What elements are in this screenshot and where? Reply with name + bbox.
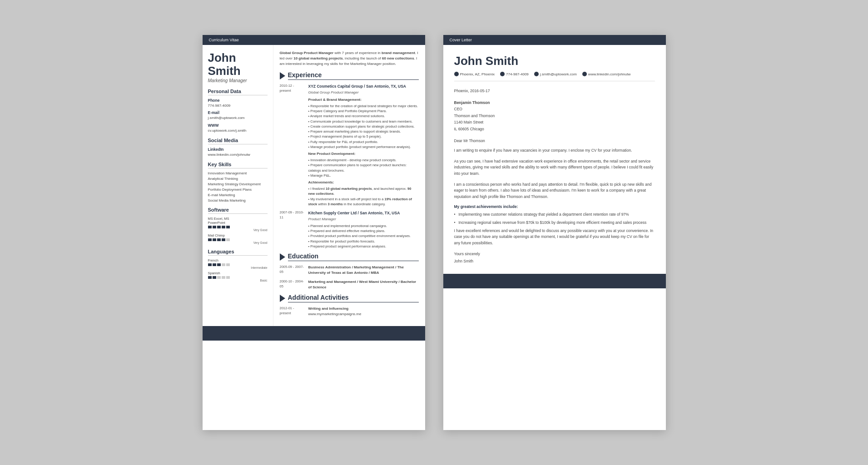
- cv-software-title: Software: [208, 207, 268, 214]
- skill-item: Innovation Management: [208, 171, 268, 175]
- exp-subsection-title: Achievements:: [308, 180, 419, 185]
- cv-social-media-title: Social Media: [208, 138, 268, 144]
- cover-letter-document: Cover Letter John Smith Phoenix, AZ, Pho…: [443, 35, 666, 430]
- cv-www-label: WWW: [208, 123, 268, 128]
- cv-phone-value: 774-987-4009: [208, 103, 268, 108]
- exp-bullet: • Analyze market trends and recommend so…: [308, 114, 419, 119]
- cv-phone-label: Phone: [208, 98, 268, 103]
- cv-intro-text: Global Group Product Manager with 7 year…: [280, 50, 419, 67]
- exp-date: 2007-09 - 2010-11: [280, 210, 305, 249]
- activity-entry: 2012-01 - presentWriting and Influencing…: [280, 306, 419, 317]
- edu-title: Marketing and Management / West Miami Un…: [308, 279, 419, 290]
- exp-bullet: • Prepared product segment performance a…: [308, 244, 419, 249]
- exp-date: 2010-12 - present: [280, 84, 305, 207]
- cl-closing-paragraph: I have excellent references and would be…: [454, 228, 655, 247]
- activity-value: www.mymarketingcampaigns.me: [308, 312, 419, 317]
- exp-company: Kitchen Supply Center Ltd / San Antonio,…: [308, 210, 419, 216]
- exp-bullet: • I finalized 10 global marketing projec…: [308, 186, 419, 197]
- cv-software-list: MS Excel, MS PowerPointVery GoodMail Chi…: [208, 217, 268, 244]
- skill-item: E-mail Marketing: [208, 193, 268, 197]
- exp-bullet: • Planned and implemented promotional ca…: [308, 223, 419, 228]
- cl-achievements-list: Implementing new customer relations stra…: [454, 212, 655, 226]
- cl-body: John Smith Phoenix, AZ, Phoenix 774-987-…: [443, 45, 666, 274]
- language-item: FrenchIntermediate: [208, 258, 268, 269]
- cl-linkedin: www.linkedin.com/johnutw: [582, 72, 630, 76]
- cl-recipient-address2: IL 60605 Chicago: [454, 127, 484, 131]
- cv-sidebar: John Smith Marketing Manager Personal Da…: [203, 45, 273, 326]
- cl-recipient-company: Thomson and Thomson: [454, 114, 495, 118]
- cv-key-skills-title: Key Skills: [208, 162, 268, 168]
- cv-skills-list: Innovation ManagementAnalytical Thinking…: [208, 171, 268, 203]
- cl-footer: [443, 274, 666, 288]
- experience-entry: 2010-12 - presentXYZ Cosmetics Capital G…: [280, 84, 419, 207]
- cl-salutation: Dear Mr Thomson: [454, 139, 655, 143]
- cl-paragraph: I am writing to enquire if you have any …: [454, 148, 655, 154]
- education-section-header: Education: [280, 252, 419, 261]
- cl-phone: 774-987-4009: [500, 72, 529, 76]
- exp-bullet: • Manage product portfolio (product segm…: [308, 144, 419, 149]
- edu-date: 2000-10 - 2004-05: [280, 279, 305, 290]
- cv-languages-title: Languages: [208, 249, 268, 256]
- language-item: SpanishBasic: [208, 271, 268, 282]
- cv-header-label: Curriculum Vitae: [209, 38, 239, 42]
- exp-bullet: • Prepared and delivered effective marke…: [308, 228, 419, 233]
- cl-achievement-bullet: Implementing new customer relations stra…: [454, 212, 655, 218]
- cl-location: Phoenix, AZ, Phoenix: [454, 72, 495, 76]
- cl-paragraph: As you can see, I have had extensive vac…: [454, 158, 655, 177]
- cl-recipient-name: Benjamin Thomson: [454, 100, 490, 105]
- exp-bullet: • Prepare communication plans to support…: [308, 163, 419, 173]
- cl-paragraph: I am a conscientious person who works ha…: [454, 182, 655, 200]
- cl-recipient-address1: 1140 Main Street: [454, 120, 484, 124]
- experience-section-title: Experience: [288, 71, 419, 80]
- cl-recipient-title: CEO: [454, 107, 462, 111]
- location-icon: [454, 72, 459, 76]
- cv-footer: [203, 326, 425, 341]
- education-arrow-icon: [280, 253, 285, 261]
- cl-achievement-bullet: Increasing regional sales revenue from $…: [454, 220, 655, 226]
- cl-achievements-title: My greatest achievements include:: [454, 204, 655, 209]
- linkedin-icon: [582, 72, 587, 76]
- exp-company: XYZ Cosmetics Capital Group / San Antoni…: [308, 84, 419, 89]
- exp-bullet: • Provided product portfolios and compet…: [308, 233, 419, 238]
- cv-name: John Smith: [208, 51, 268, 77]
- email-icon: [534, 72, 539, 76]
- cl-closing: Yours sincerely John Smith: [454, 251, 655, 265]
- activities-arrow-icon: [280, 295, 285, 302]
- exp-bullet: • Prepare annual marketing plans to supp…: [308, 129, 419, 134]
- exp-role: Global Group Product Manager: [308, 90, 419, 95]
- exp-bullet: • Innovation development - develop new p…: [308, 158, 419, 163]
- exp-bullet: • Project management (teams of up to 5 p…: [308, 134, 419, 139]
- cv-main-content: Global Group Product Manager with 7 year…: [273, 45, 425, 326]
- cv-languages-list: FrenchIntermediateSpanishBasic: [208, 258, 268, 282]
- exp-bullet: • Responsible for the creation of global…: [308, 104, 419, 109]
- exp-bullet: • Manage P&L.: [308, 173, 419, 178]
- exp-bullet: • Communicate product knowledge to custo…: [308, 119, 419, 124]
- activity-date: 2012-01 - present: [280, 306, 305, 317]
- activities-section-title: Additional Activities: [288, 294, 419, 302]
- cv-education-list: 2005-09 - 2007-05Business Administration…: [280, 265, 419, 290]
- cv-job-title: Marketing Manager: [208, 78, 268, 83]
- activity-title: Writing and Influencing: [308, 306, 419, 312]
- cl-date: Phoenix, 2016-05-17: [454, 89, 655, 93]
- edu-date: 2005-09 - 2007-05: [280, 265, 305, 276]
- cl-header-bar: Cover Letter: [443, 35, 666, 45]
- cv-linkedin-value: www.linkedin.com/johnutw: [208, 152, 268, 157]
- cl-signature: John Smith: [454, 258, 655, 265]
- cl-name: John Smith: [454, 54, 655, 68]
- skill-item: Social Media Marketing: [208, 198, 268, 203]
- skill-item: Marketing Strategy Development: [208, 182, 268, 186]
- cv-activities-list: 2012-01 - presentWriting and Influencing…: [280, 306, 419, 317]
- edu-title: Business Administration / Marketing Mana…: [308, 265, 419, 276]
- exp-role: Product Manager: [308, 217, 419, 222]
- education-entry: 2000-10 - 2004-05Marketing and Managemen…: [280, 279, 419, 290]
- cv-header-bar: Curriculum Vitae: [203, 35, 425, 45]
- cv-document: Curriculum Vitae John Smith Marketing Ma…: [203, 35, 425, 430]
- exp-bullet: • Fully responsible for P&L of product p…: [308, 139, 419, 144]
- exp-subsection-title: New Product Development:: [308, 151, 419, 157]
- cl-email: j.smith@uptowork.com: [534, 72, 577, 76]
- software-item: MS Excel, MS PowerPointVery Good: [208, 217, 268, 232]
- cv-personal-data-title: Personal Data: [208, 89, 268, 95]
- cl-header-label: Cover Letter: [450, 38, 472, 42]
- cv-www-value: cv.uptowork.com/j.smith: [208, 128, 268, 133]
- skill-item: Portfolio Deployment Plans: [208, 188, 268, 192]
